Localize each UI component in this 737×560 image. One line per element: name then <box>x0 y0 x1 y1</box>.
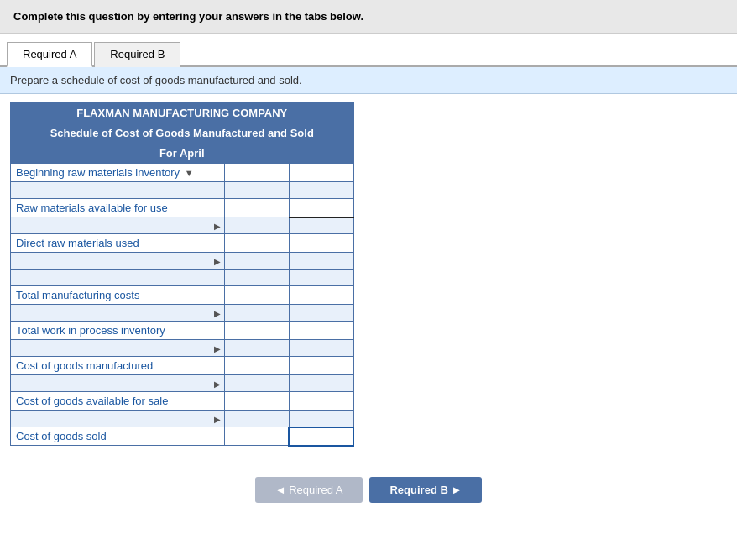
row-input-2[interactable] <box>289 234 353 253</box>
row-input-empty <box>289 270 353 286</box>
row-input-1[interactable] <box>225 427 289 446</box>
row-label-empty <box>11 182 225 199</box>
row-input-2-highlight[interactable] <box>289 427 353 446</box>
input-field[interactable] <box>290 357 353 374</box>
table-row: ▶ <box>11 375 354 392</box>
input-field[interactable] <box>225 392 288 410</box>
row-input-empty <box>289 217 353 234</box>
table-row: Beginning raw materials inventory ▼ <box>11 164 354 182</box>
input-field[interactable] <box>290 199 353 217</box>
row-input-empty <box>289 375 353 392</box>
row-input-empty <box>225 411 289 427</box>
row-label-empty: ▶ <box>11 305 225 322</box>
input-field[interactable] <box>225 199 288 217</box>
table-row: ▶ <box>11 340 354 357</box>
row-input-2[interactable] <box>289 286 353 305</box>
dropdown-arrow-icon[interactable]: ▼ <box>185 168 194 178</box>
input-field[interactable] <box>290 322 353 339</box>
row-input-1[interactable] <box>225 199 289 217</box>
table-row: Cost of goods sold <box>11 427 354 446</box>
row-label-total-mfg: Total manufacturing costs <box>11 286 225 305</box>
row-input-empty <box>289 305 353 322</box>
input-field[interactable] <box>225 357 288 374</box>
tab-required-b[interactable]: Required B <box>94 42 180 67</box>
row-input-2[interactable] <box>289 322 353 340</box>
row-label-empty: ▶ <box>11 340 225 357</box>
row-input-empty <box>225 253 289 270</box>
input-field[interactable] <box>290 234 353 252</box>
company-header: FLAXMAN MANUFACTURING COMPANY <box>11 103 354 123</box>
input-field[interactable] <box>290 286 353 304</box>
table-row: ▶ <box>11 217 354 234</box>
sub-instruction: Prepare a schedule of cost of goods manu… <box>0 67 737 94</box>
sub-arrow-icon: ▶ <box>214 343 221 353</box>
input-field[interactable] <box>225 234 288 252</box>
sub-arrow-icon: ▶ <box>214 221 221 230</box>
row-input-empty <box>289 340 353 357</box>
table-row <box>11 182 354 199</box>
table-row: Cost of goods manufactured <box>11 357 354 375</box>
row-input-2[interactable] <box>289 357 353 375</box>
sub-arrow-icon: ▶ <box>214 256 221 265</box>
row-input-1[interactable] <box>225 286 289 305</box>
sub-arrow-icon: ▶ <box>214 379 221 388</box>
table-row: Cost of goods available for sale <box>11 392 354 411</box>
row-label-empty: ▶ <box>11 217 225 234</box>
row-input-empty <box>225 217 289 234</box>
tab-required-a[interactable]: Required A <box>7 42 92 67</box>
row-input-2[interactable] <box>289 199 353 217</box>
input-field[interactable] <box>225 164 288 181</box>
table-row: Direct raw materials used <box>11 234 354 253</box>
sub-arrow-icon: ▶ <box>214 414 221 423</box>
row-input-empty <box>225 375 289 392</box>
table-row: ▶ <box>11 305 354 322</box>
row-label-total-wip: Total work in process inventory <box>11 322 225 340</box>
table-row: ▶ <box>11 411 354 427</box>
row-label-cogs-mfg: Cost of goods manufactured <box>11 357 225 375</box>
row-input-1[interactable] <box>225 392 289 411</box>
input-field[interactable] <box>290 164 353 181</box>
row-input-empty <box>225 340 289 357</box>
row-label-empty: ▶ <box>11 411 225 427</box>
row-label-direct-raw: Direct raw materials used <box>11 234 225 253</box>
input-field[interactable] <box>290 392 353 410</box>
row-label-empty: ▶ <box>11 253 225 270</box>
table-row: Total work in process inventory <box>11 322 354 340</box>
next-button[interactable]: Required B ► <box>369 477 482 503</box>
schedule-table: FLAXMAN MANUFACTURING COMPANY Schedule o… <box>10 102 354 447</box>
row-input-1[interactable] <box>225 357 289 375</box>
row-input-1[interactable] <box>225 164 289 182</box>
input-field[interactable] <box>225 427 288 445</box>
row-label-cogs-avail: Cost of goods available for sale <box>11 392 225 411</box>
input-field[interactable] <box>290 428 353 445</box>
row-input-1[interactable] <box>225 322 289 340</box>
input-field[interactable] <box>225 286 288 304</box>
main-content: FLAXMAN MANUFACTURING COMPANY Schedule o… <box>0 94 737 463</box>
prev-button[interactable]: ◄ Required A <box>255 477 363 503</box>
sub-arrow-icon: ▶ <box>214 308 221 317</box>
row-input-empty <box>225 270 289 286</box>
row-input-1[interactable] <box>225 234 289 253</box>
schedule-period: For April <box>11 144 354 164</box>
row-input-empty <box>289 182 353 199</box>
row-label-empty <box>11 270 225 286</box>
row-input-2[interactable] <box>289 392 353 411</box>
row-input-empty <box>289 253 353 270</box>
bottom-navigation: ◄ Required A Required B ► <box>0 463 737 516</box>
row-label-cogs-sold: Cost of goods sold <box>11 427 225 446</box>
schedule-title: Schedule of Cost of Goods Manufactured a… <box>11 123 354 144</box>
table-row: ▶ <box>11 253 354 270</box>
row-input-empty <box>225 182 289 199</box>
row-input-2[interactable] <box>289 164 353 182</box>
table-row <box>11 270 354 286</box>
row-label-beginning: Beginning raw materials inventory ▼ <box>11 164 225 182</box>
instruction-banner: Complete this question by entering your … <box>0 0 737 34</box>
table-row: Raw materials available for use <box>11 199 354 217</box>
row-input-empty <box>289 411 353 427</box>
row-label-empty: ▶ <box>11 375 225 392</box>
row-label-raw-avail: Raw materials available for use <box>11 199 225 217</box>
input-field[interactable] <box>225 322 288 339</box>
tabs-bar: Required A Required B <box>0 34 737 67</box>
table-row: Total manufacturing costs <box>11 286 354 305</box>
row-input-empty <box>225 305 289 322</box>
